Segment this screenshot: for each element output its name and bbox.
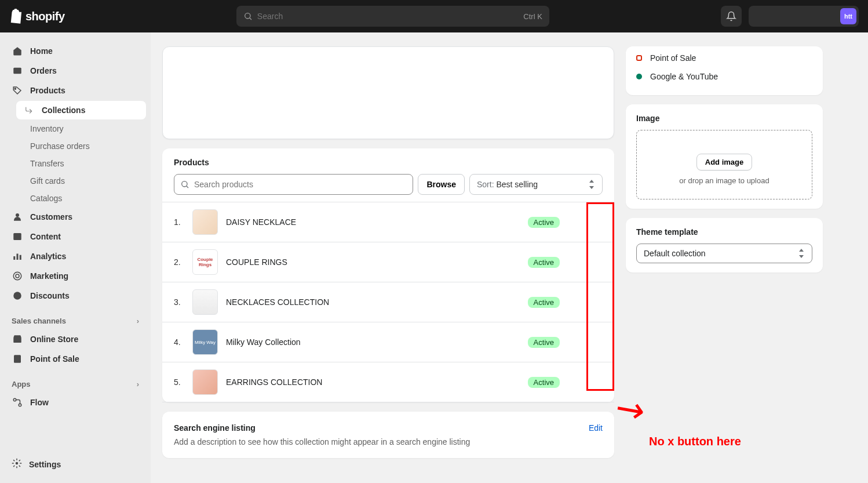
nav-customers[interactable]: Customers xyxy=(5,208,146,226)
svg-point-13 xyxy=(13,398,16,401)
status-badge: Active xyxy=(528,377,560,388)
topbar: shopify Ctrl K htt xyxy=(0,0,868,32)
status-badge: Active xyxy=(528,337,560,348)
search-products[interactable] xyxy=(174,174,413,195)
select-chevron-icon xyxy=(798,249,805,258)
target-icon xyxy=(12,271,23,281)
status-dot-icon xyxy=(636,55,642,61)
image-card: Image Add image or drop an image to uplo… xyxy=(626,104,823,209)
image-drop-text: or drop an image to upload xyxy=(648,176,800,185)
add-image-button[interactable]: Add image xyxy=(696,154,752,170)
description-card[interactable] xyxy=(162,46,614,139)
product-row[interactable]: 1. DAISY NECKLACE Active xyxy=(162,202,614,242)
sort-chevron-icon xyxy=(588,180,595,189)
svg-point-9 xyxy=(16,274,19,278)
nav-transfers[interactable]: Transfers xyxy=(23,155,146,172)
search-shortcut: Ctrl K xyxy=(523,12,542,21)
search-products-input[interactable] xyxy=(194,180,407,189)
status-badge: Active xyxy=(528,257,560,268)
seo-edit-link[interactable]: Edit xyxy=(589,423,603,433)
chevron-right-icon: › xyxy=(137,317,139,325)
avatar: htt xyxy=(840,8,856,24)
theme-select[interactable]: Default collection xyxy=(636,244,812,263)
svg-point-16 xyxy=(182,181,187,187)
sidebar: Home Orders Products Collections Invento… xyxy=(0,32,151,483)
products-list: 1. DAISY NECKLACE Active 2. Couple Rings… xyxy=(162,202,614,402)
nav-catalogs[interactable]: Catalogs xyxy=(23,190,146,206)
svg-rect-7 xyxy=(20,255,21,260)
channel-pos[interactable]: Point of Sale xyxy=(636,49,812,67)
sales-channels-header[interactable]: Sales channels› xyxy=(5,312,146,330)
product-thumbnail xyxy=(192,369,218,395)
product-thumbnail: Couple Rings xyxy=(192,249,218,275)
products-card: Products Browse Sort: Best selling 1. xyxy=(162,148,614,402)
svg-rect-6 xyxy=(17,254,19,260)
product-thumbnail xyxy=(192,289,218,315)
nav-home[interactable]: Home xyxy=(5,42,146,60)
product-thumbnail: Milky Way xyxy=(192,329,218,355)
chevron-right-icon: › xyxy=(137,380,139,388)
apps-header[interactable]: Apps› xyxy=(5,375,146,393)
nav-marketing[interactable]: Marketing xyxy=(5,267,146,285)
nav-inventory[interactable]: Inventory xyxy=(23,121,146,137)
seo-description: Add a description to see how this collec… xyxy=(174,437,603,446)
nav-purchase-orders[interactable]: Purchase orders xyxy=(23,138,146,154)
svg-point-3 xyxy=(16,213,19,217)
nav-discounts[interactable]: Discounts xyxy=(5,286,146,305)
pos-icon xyxy=(12,354,23,364)
seo-title: Search engine listing xyxy=(174,423,256,433)
svg-point-0 xyxy=(245,13,250,19)
nav-online-store[interactable]: Online Store xyxy=(5,330,146,348)
shopify-bag-icon xyxy=(9,9,22,24)
svg-point-15 xyxy=(16,462,19,465)
browse-button[interactable]: Browse xyxy=(418,174,465,195)
product-row[interactable]: 4. Milky Way Milky Way Collection Active xyxy=(162,322,614,362)
theme-card: Theme template Default collection xyxy=(626,218,823,273)
product-row[interactable]: 2. Couple Rings COUPLE RINGS Active xyxy=(162,242,614,282)
global-search-input[interactable] xyxy=(257,12,524,21)
nav-gift-cards[interactable]: Gift cards xyxy=(23,173,146,189)
notifications-button[interactable] xyxy=(721,6,742,27)
sort-select[interactable]: Sort: Best selling xyxy=(469,174,603,195)
svg-rect-4 xyxy=(13,233,21,240)
nav-collections[interactable]: Collections xyxy=(16,101,146,119)
nav-analytics[interactable]: Analytics xyxy=(5,247,146,266)
bell-icon xyxy=(726,11,736,21)
shopify-logo[interactable]: shopify xyxy=(9,9,65,24)
channel-google[interactable]: Google & YouTube xyxy=(636,67,812,86)
product-row[interactable]: 5. EARRINGS COLLECTION Active xyxy=(162,362,614,402)
search-icon xyxy=(180,180,189,189)
seo-card: Search engine listing Edit Add a descrip… xyxy=(162,412,614,458)
flow-icon xyxy=(12,397,23,408)
store-icon xyxy=(12,334,23,344)
nav-content[interactable]: Content xyxy=(5,227,146,246)
analytics-icon xyxy=(12,251,23,262)
main-content: Products Browse Sort: Best selling 1. xyxy=(151,0,834,483)
nav-settings[interactable]: Settings xyxy=(5,455,146,474)
svg-rect-5 xyxy=(13,256,15,260)
nav-products[interactable]: Products xyxy=(5,81,146,100)
status-badge: Active xyxy=(528,297,560,308)
home-icon xyxy=(12,46,23,56)
global-search[interactable]: Ctrl K xyxy=(236,6,549,27)
content-icon xyxy=(12,231,23,242)
svg-point-10 xyxy=(13,292,21,300)
nav-orders[interactable]: Orders xyxy=(5,61,146,80)
account-menu[interactable]: htt xyxy=(749,6,859,27)
product-row[interactable]: 3. NECKLACES COLLECTION Active xyxy=(162,282,614,322)
image-title: Image xyxy=(636,114,812,123)
gear-icon xyxy=(12,458,22,469)
nav-flow[interactable]: Flow xyxy=(5,393,146,412)
brand-name: shopify xyxy=(25,10,65,23)
svg-rect-11 xyxy=(13,337,21,343)
svg-rect-12 xyxy=(14,355,21,363)
sub-arrow-icon xyxy=(25,106,33,114)
orders-icon xyxy=(12,66,23,76)
products-title: Products xyxy=(162,158,614,174)
theme-title: Theme template xyxy=(636,227,812,237)
image-dropzone[interactable]: Add image or drop an image to upload xyxy=(636,130,812,199)
nav-point-of-sale[interactable]: Point of Sale xyxy=(5,350,146,368)
discount-icon xyxy=(12,290,23,301)
svg-point-2 xyxy=(14,88,16,89)
product-thumbnail xyxy=(192,209,218,235)
